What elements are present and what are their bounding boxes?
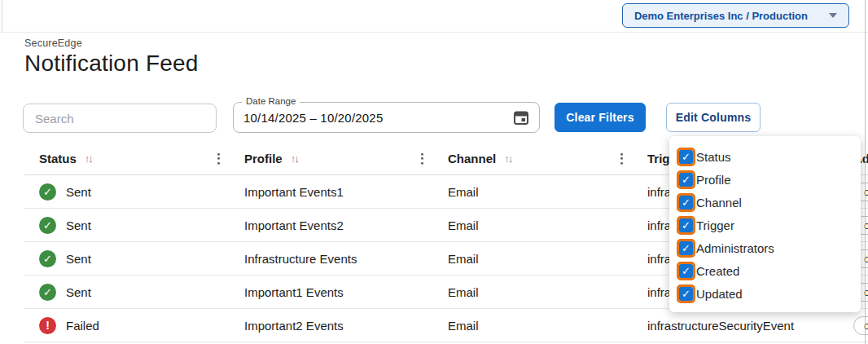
column-toggle-label: Status [696, 150, 731, 164]
page-title: Notification Feed [24, 51, 868, 77]
admin-chip: d [853, 316, 868, 335]
column-toggle-label: Updated [696, 287, 743, 301]
status-label: Sent [66, 185, 91, 199]
administrators-cell: d [837, 316, 868, 335]
edit-columns-menu: ✓ Status ✓ Profile ✓ Channel ✓ Trigger ✓… [669, 136, 861, 312]
column-toggle-created[interactable]: ✓ Created [677, 259, 861, 282]
chevron-down-icon [829, 13, 837, 18]
status-cell: ✓ Sent [24, 183, 228, 201]
window-right-edge [865, 0, 866, 344]
sort-status[interactable]: Status ↑↓ [39, 152, 92, 165]
profile-cell: Infrastructure Events [228, 252, 432, 266]
column-header-status: Status ↑↓ [24, 143, 228, 174]
column-toggle-profile[interactable]: ✓ Profile [677, 168, 861, 191]
status-success-icon: ✓ [39, 183, 56, 201]
profile-cell: Important Events2 [228, 218, 432, 232]
channel-cell: Email [432, 185, 631, 199]
brand-label: SecureEdge [24, 37, 868, 49]
filter-toolbar: Date Range 10/14/2025 – 10/20/2025 Clear… [23, 96, 868, 137]
status-label: Sent [66, 252, 91, 266]
status-success-icon: ✓ [39, 217, 56, 234]
top-bar: Demo Enterprises Inc / Production [0, 0, 868, 33]
checkbox-checked-icon[interactable]: ✓ [679, 196, 693, 209]
kebab-menu-icon[interactable] [214, 149, 223, 168]
sort-arrows-icon: ↑↓ [504, 152, 511, 165]
checkbox-checked-icon[interactable]: ✓ [679, 264, 693, 278]
checkbox-checked-icon[interactable]: ✓ [679, 241, 693, 255]
status-cell: ✓ Sent [24, 250, 228, 267]
sort-arrows-icon: ↑↓ [291, 152, 298, 165]
status-error-icon: ! [39, 317, 56, 334]
channel-cell: Email [432, 319, 631, 333]
status-cell: ✓ Sent [24, 284, 228, 301]
profile-cell: Important1 Events [228, 285, 432, 299]
calendar-icon[interactable] [513, 109, 529, 126]
page-head: SecureEdge Notification Feed [0, 33, 868, 77]
column-toggle-trigger[interactable]: ✓ Trigger [677, 214, 861, 236]
profile-cell: Important Events1 [228, 185, 432, 199]
kebab-menu-icon[interactable] [617, 149, 626, 168]
search-input[interactable] [23, 104, 217, 133]
status-success-icon: ✓ [39, 250, 56, 267]
status-cell: ✓ Sent [24, 217, 228, 234]
column-toggle-label: Profile [696, 173, 731, 187]
org-environment-selector[interactable]: Demo Enterprises Inc / Production [622, 3, 849, 28]
edit-columns-button[interactable]: Edit Columns [666, 103, 761, 132]
table-row[interactable]: ! Failed Important2 Events Email infrast… [24, 309, 868, 342]
kebab-menu-icon[interactable] [418, 149, 427, 168]
profile-cell: Important2 Events [228, 319, 432, 333]
column-toggle-administrators[interactable]: ✓ Administrators [677, 236, 861, 259]
status-label: Sent [66, 285, 91, 299]
sort-arrows-icon: ↑↓ [85, 152, 92, 165]
status-label: Failed [66, 319, 99, 333]
status-success-icon: ✓ [39, 284, 56, 301]
date-range-field[interactable]: Date Range 10/14/2025 – 10/20/2025 [233, 102, 540, 133]
sort-channel[interactable]: Channel ↑↓ [448, 152, 511, 165]
checkbox-checked-icon[interactable]: ✓ [679, 173, 693, 187]
column-header-profile: Profile ↑↓ [228, 143, 432, 174]
checkbox-checked-icon[interactable]: ✓ [679, 218, 693, 232]
column-toggle-updated[interactable]: ✓ Updated [677, 282, 861, 305]
date-range-value: 10/14/2025 – 10/20/2025 [243, 111, 513, 125]
column-toggle-status[interactable]: ✓ Status [677, 145, 861, 168]
column-toggle-label: Channel [696, 196, 742, 209]
channel-cell: Email [432, 252, 631, 266]
column-toggle-label: Administrators [696, 241, 774, 255]
checkbox-checked-icon[interactable]: ✓ [679, 150, 693, 164]
status-cell: ! Failed [24, 317, 228, 334]
status-label: Sent [66, 218, 91, 232]
notification-feed-page: Demo Enterprises Inc / Production Secure… [0, 0, 868, 344]
column-header-channel: Channel ↑↓ [432, 143, 631, 174]
checkbox-checked-icon[interactable]: ✓ [679, 287, 693, 301]
trigger-cell: infrastructureSecurityEvent [631, 319, 837, 333]
channel-cell: Email [432, 285, 631, 299]
column-toggle-channel[interactable]: ✓ Channel [677, 191, 861, 214]
org-environment-label: Demo Enterprises Inc / Production [634, 10, 808, 22]
channel-cell: Email [432, 218, 631, 232]
column-toggle-label: Created [696, 264, 739, 278]
sort-profile[interactable]: Profile ↑↓ [244, 152, 298, 165]
clear-filters-button[interactable]: Clear Filters [555, 103, 646, 132]
date-range-floating-label: Date Range [242, 96, 300, 106]
column-toggle-label: Trigger [696, 218, 734, 232]
